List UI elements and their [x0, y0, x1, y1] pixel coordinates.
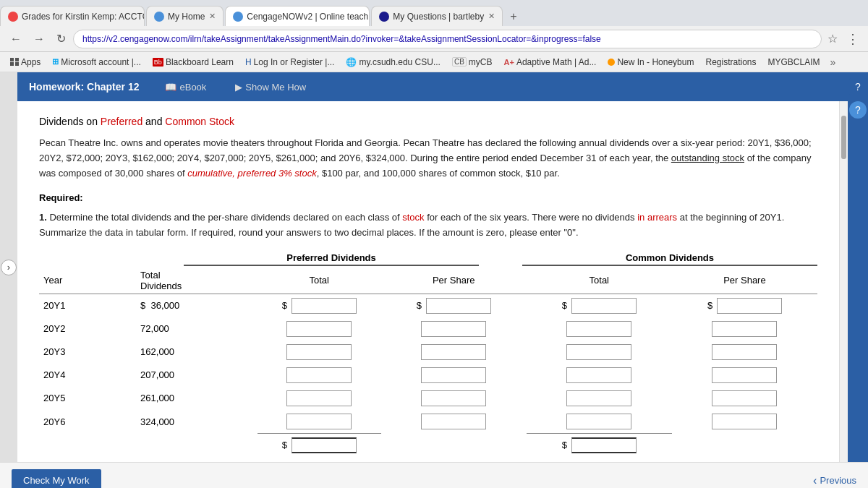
total-div-20y6: 324,000	[136, 410, 258, 434]
previous-label: Previous	[820, 475, 856, 486]
csudh-icon: 🌐	[346, 57, 357, 67]
bookmark-honeybum[interactable]: New In - Honeybum	[603, 56, 698, 69]
common-pershare-20y1-input[interactable]	[717, 298, 782, 314]
main-area: › Homework: Chapter 12 📖 eBook ▶ Show Me…	[0, 72, 868, 462]
bookmark-login[interactable]: H Log In or Register |...	[241, 56, 339, 69]
reload-button[interactable]: ↻	[52, 30, 70, 47]
pref-total-20y4-input[interactable]	[286, 367, 352, 383]
common-pershare-20y2-input[interactable]	[712, 321, 777, 337]
pref-pershare-20y1-input[interactable]	[426, 298, 491, 314]
common-total-20y6-input[interactable]	[566, 414, 631, 429]
tab-cengage[interactable]: CengageNOWv2 | Online teachin ✕	[225, 6, 370, 26]
back-button[interactable]: ←	[6, 31, 26, 47]
address-bar[interactable]	[73, 30, 822, 48]
dollar-sign-common-20y1: $	[562, 300, 567, 311]
table-row-20y4: 20Y4 207,000	[39, 364, 817, 387]
common-total-20y6-cell	[527, 410, 672, 434]
pref-pershare-20y3-input[interactable]	[421, 344, 486, 360]
tab-close-bartleby[interactable]: ✕	[488, 12, 495, 21]
pref-total-20y3-cell	[258, 341, 381, 364]
common-total-20y2-input[interactable]	[566, 321, 631, 337]
mycb-icon: CB	[452, 57, 467, 67]
pref-total-20y4-cell	[258, 364, 381, 387]
pref-total-20y1-input[interactable]	[292, 298, 357, 314]
bookmark-microsoft-label: Microsoft account |...	[61, 57, 141, 67]
ebook-tab[interactable]: 📖 eBook	[150, 72, 221, 101]
check-my-work-button[interactable]: Check My Work	[12, 469, 101, 488]
tab-close-myhome[interactable]: ✕	[209, 12, 216, 21]
scrollbar[interactable]	[839, 101, 848, 462]
forward-button[interactable]: →	[29, 31, 49, 47]
bookmark-microsoft[interactable]: ⊞ Microsoft account |...	[48, 56, 145, 69]
bookmark-mycb-label: myCB	[469, 57, 493, 67]
tab-grades[interactable]: Grades for Kirstin Kemp: ACCTG ✕	[0, 6, 145, 26]
dollar-sign-common-ps-20y1: $	[707, 300, 712, 311]
table-row-20y1: 20Y1 $ 36,000 $ $ $	[39, 294, 817, 317]
adaptivemath-icon: A+	[504, 58, 514, 67]
bookmark-mycb[interactable]: CB myCB	[448, 56, 497, 69]
bookmark-adaptivemath-label: Adaptive Math | Ad...	[516, 57, 597, 67]
bookmark-registrations[interactable]: Registrations	[701, 56, 760, 69]
pref-pershare-20y2-input[interactable]	[421, 321, 486, 337]
help-icon-panel[interactable]: ?	[849, 78, 867, 95]
expand-sidebar-button[interactable]: ›	[1, 260, 17, 275]
right-panel: ? ?	[848, 72, 868, 462]
previous-button[interactable]: ‹ Previous	[813, 474, 856, 487]
year-20y6: 20Y6	[39, 410, 136, 434]
more-options-button[interactable]: ⋮	[843, 31, 862, 47]
page-footer: Check My Work ‹ Previous	[0, 462, 868, 488]
bookmark-blackboard[interactable]: Bb Blackboard Learn	[148, 56, 238, 69]
new-tab-button[interactable]: +	[504, 7, 522, 26]
common-div-header: Common Dividends	[522, 252, 817, 266]
more-bookmarks[interactable]: »	[827, 55, 839, 69]
bookmark-mygbclaim[interactable]: MYGBCLAIM	[764, 56, 825, 69]
pref-total-20y5-input[interactable]	[286, 390, 352, 406]
common-pershare-20y4-input[interactable]	[712, 367, 777, 383]
tab-myhome[interactable]: My Home ✕	[146, 6, 224, 26]
pref-pershare-sum	[381, 433, 527, 457]
pref-total-20y6-cell	[258, 410, 381, 434]
show-me-how-label: Show Me How	[245, 82, 306, 93]
pref-pershare-20y5-input[interactable]	[421, 390, 486, 406]
ebook-tab-label: eBook	[179, 82, 206, 93]
common-total-20y3-cell	[527, 341, 672, 364]
common-pershare-20y3-input[interactable]	[712, 344, 777, 360]
common-total-20y1-input[interactable]	[571, 298, 637, 314]
common-total-20y2-cell	[527, 317, 672, 341]
pref-pershare-20y1-cell: $	[381, 294, 527, 317]
and-text: and	[142, 116, 165, 127]
common-pershare-20y5-input[interactable]	[712, 390, 777, 406]
common-total-20y5-input[interactable]	[566, 390, 631, 406]
pref-total-20y3-input[interactable]	[286, 344, 352, 360]
common-total-20y4-input[interactable]	[566, 367, 631, 383]
tab-bartleby[interactable]: My Questions | bartleby ✕	[371, 6, 503, 26]
scrollbar-thumb[interactable]	[841, 116, 846, 159]
bookmark-apps[interactable]: Apps	[6, 56, 45, 69]
common-pershare-20y6-input[interactable]	[712, 414, 777, 429]
scroll-content: Dividends on Preferred and Common Stock …	[17, 101, 839, 462]
common-total-sum-input[interactable]	[571, 437, 637, 453]
pref-total-20y6-input[interactable]	[286, 414, 352, 429]
pref-pershare-20y4-input[interactable]	[421, 367, 486, 383]
common-pershare-20y2-cell	[672, 317, 817, 341]
year-20y5: 20Y5	[39, 387, 136, 410]
pref-pershare-20y6-input[interactable]	[421, 414, 486, 429]
preferred-div-header: Preferred Dividends	[184, 252, 479, 266]
dividends-text: Dividends on	[39, 116, 101, 127]
bookmark-adaptivemath[interactable]: A+ Adaptive Math | Ad...	[500, 56, 601, 69]
col-total-dividends: TotalDividends	[136, 267, 258, 294]
in-arrears-text: in arrears	[637, 212, 677, 223]
total-div-20y5: 261,000	[136, 387, 258, 410]
tab-label-bartleby: My Questions | bartleby	[393, 12, 484, 22]
col-pref-per-share: Per Share	[381, 267, 527, 294]
show-me-how-tab[interactable]: ▶ Show Me How	[221, 72, 320, 101]
table-row-20y3: 20Y3 162,000	[39, 341, 817, 364]
info-icon-panel[interactable]: ?	[849, 101, 867, 119]
common-total-20y3-input[interactable]	[566, 344, 631, 360]
pref-total-sum-input[interactable]	[292, 437, 357, 453]
col-common-per-share: Per Share	[672, 267, 817, 294]
year-20y1: 20Y1	[39, 294, 136, 317]
bookmark-star[interactable]: ☆	[825, 32, 841, 46]
bookmark-csudh[interactable]: 🌐 my.csudh.edu CSU...	[341, 56, 445, 69]
pref-total-20y2-input[interactable]	[286, 321, 352, 337]
